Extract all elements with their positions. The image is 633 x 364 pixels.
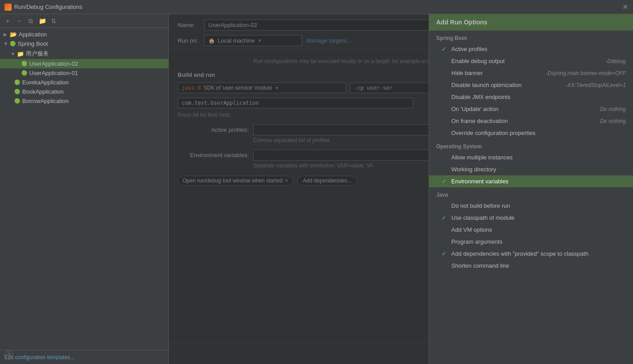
add-configuration-button[interactable]: + — [4, 17, 12, 25]
close-button[interactable]: ✕ — [622, 4, 629, 10]
java-section-label: Java — [429, 187, 633, 200]
popup-item-working-directory[interactable]: Working directory — [429, 163, 633, 175]
copy-configuration-button[interactable]: ⧉ — [27, 17, 35, 25]
arrow-icon: ▼ — [11, 51, 17, 56]
item-label: Disable launch optimization — [451, 82, 562, 88]
item-label: Override configuration properties — [451, 130, 622, 136]
sidebar-item-borrow[interactable]: 🟢 BorrowApplication — [0, 96, 168, 106]
edit-templates-link[interactable]: Edit configuration templates... — [4, 354, 75, 360]
item-hint: -XX:TieredStopAtLevel=1 — [565, 82, 626, 88]
sidebar-bottom: Edit configuration templates... ? — [0, 350, 168, 364]
popup-item-do-not-build[interactable]: Do not build before run — [429, 200, 633, 212]
item-label: Add VM options — [451, 226, 622, 233]
popup-item-add-vm[interactable]: Add VM options — [429, 224, 633, 236]
run-config-icon: 🟢 — [14, 79, 20, 85]
popup-item-disable-jmx[interactable]: Disable JMX endpoints — [429, 91, 633, 103]
popup-item-env-vars[interactable]: ✓ Environment variables — [429, 175, 633, 187]
folder-icon: 📂 — [10, 31, 17, 38]
check-icon: ✓ — [442, 46, 448, 52]
item-label: Active profiles — [451, 46, 622, 52]
popup-item-use-classpath[interactable]: ✓ Use classpath of module — [429, 212, 633, 224]
popup-item-add-deps-provided[interactable]: ✓ Add dependencies with "provided" scope… — [429, 248, 633, 260]
spring-boot-section-label: Spring Boot — [429, 31, 633, 43]
sidebar-item-eureka[interactable]: 🟢 EurekaApplication — [0, 78, 168, 87]
sidebar-item-userapplication-02[interactable]: 🟢 UserApplication-02 — [0, 59, 168, 68]
arrow-icon: ▶ — [4, 32, 10, 37]
popup-item-disable-launch[interactable]: Disable launch optimization -XX:TieredSt… — [429, 79, 633, 91]
spring-boot-icon: 🟢 — [10, 41, 16, 47]
item-label: On 'Update' action — [451, 106, 597, 112]
sort-button[interactable]: ⇅ — [50, 17, 58, 25]
popup-item-on-update[interactable]: On 'Update' action Do nothing — [429, 103, 633, 115]
add-run-options-popup: Add Run Options Spring Boot ✓ Active pro… — [429, 14, 633, 364]
run-config-icon: 🟢 — [21, 61, 28, 67]
item-label: Use classpath of module — [451, 214, 622, 221]
title-bar: Run/Debug Configurations ✕ — [0, 0, 633, 14]
sidebar-item-user-service[interactable]: ▼ 📁 用户服务 — [0, 48, 168, 59]
item-label: Environment variables — [451, 178, 622, 185]
item-label: Enable debug output — [451, 58, 602, 64]
run-config-icon: 🟢 — [14, 89, 20, 95]
item-label: Disable JMX endpoints — [451, 94, 622, 100]
popup-item-hide-banner[interactable]: Hide banner -Dspring.main.banner-mode=OF… — [429, 67, 633, 79]
item-label: Program arguments — [451, 238, 622, 245]
remove-configuration-button[interactable]: − — [15, 17, 23, 25]
popup-title: Add Run Options — [429, 14, 633, 31]
sidebar-item-application[interactable]: ▶ 📂 Application — [0, 30, 168, 39]
os-section-label: Operating System — [429, 139, 633, 151]
item-hint: Do nothing — [600, 118, 626, 124]
check-icon: ✓ — [442, 250, 448, 257]
check-icon: ✓ — [442, 178, 448, 185]
item-label: Hide banner — [451, 70, 542, 76]
sidebar-item-spring-boot[interactable]: ▼ 🟢 Spring Boot — [0, 39, 168, 48]
sidebar: + − ⧉ 📁 ⇅ ▶ 📂 Application ▼ 🟢 Spring Boo… — [0, 14, 169, 364]
run-config-icon: 🟢 — [21, 70, 28, 76]
main-layout: + − ⧉ 📁 ⇅ ▶ 📂 Application ▼ 🟢 Spring Boo… — [0, 14, 633, 364]
app-logo-icon — [4, 4, 12, 11]
popup-item-program-args[interactable]: Program arguments — [429, 236, 633, 248]
help-button[interactable]: ? — [4, 351, 13, 360]
window-title: Run/Debug Configurations — [14, 4, 82, 10]
item-label: Allow multiple instances — [451, 154, 622, 161]
popup-item-enable-debug[interactable]: Enable debug output -Ddebug — [429, 55, 633, 67]
item-label: Working directory — [451, 166, 622, 173]
popup-item-multiple-instances[interactable]: Allow multiple instances — [429, 151, 633, 163]
content-area: Name: Store as project file ⚙ Run on: 🏠 … — [169, 14, 633, 364]
item-label: Shorten command line — [451, 262, 622, 269]
item-label: Do not build before run — [451, 202, 622, 209]
sidebar-item-userapplication-01[interactable]: 🟢 UserApplication-01 — [0, 68, 168, 78]
item-label: Add dependencies with "provided" scope t… — [451, 250, 622, 257]
sidebar-tree: ▶ 📂 Application ▼ 🟢 Spring Boot ▼ 📁 用户服务… — [0, 28, 168, 350]
popup-item-active-profiles[interactable]: ✓ Active profiles — [429, 43, 633, 55]
popup-item-on-frame[interactable]: On frame deactivation Do nothing — [429, 115, 633, 127]
popup-item-override-config[interactable]: Override configuration properties — [429, 127, 633, 139]
arrow-icon: ▼ — [4, 41, 10, 46]
run-config-icon: 🟢 — [14, 98, 20, 104]
sidebar-item-book[interactable]: 🟢 BookApplication — [0, 87, 168, 96]
folder-icon: 📁 — [17, 51, 24, 57]
item-hint: Do nothing — [600, 106, 626, 112]
check-icon: ✓ — [442, 214, 448, 221]
item-hint: -Ddebug — [605, 58, 626, 64]
popup-item-shorten-cmd[interactable]: Shorten command line — [429, 260, 633, 272]
item-hint: -Dspring.main.banner-mode=OFF — [546, 70, 626, 76]
sidebar-toolbar: + − ⧉ 📁 ⇅ — [0, 14, 168, 28]
folder-button[interactable]: 📁 — [38, 17, 46, 25]
item-label: On frame deactivation — [451, 118, 597, 124]
popup-body: Spring Boot ✓ Active profiles Enable deb… — [429, 31, 633, 364]
title-bar-left: Run/Debug Configurations — [4, 4, 82, 11]
